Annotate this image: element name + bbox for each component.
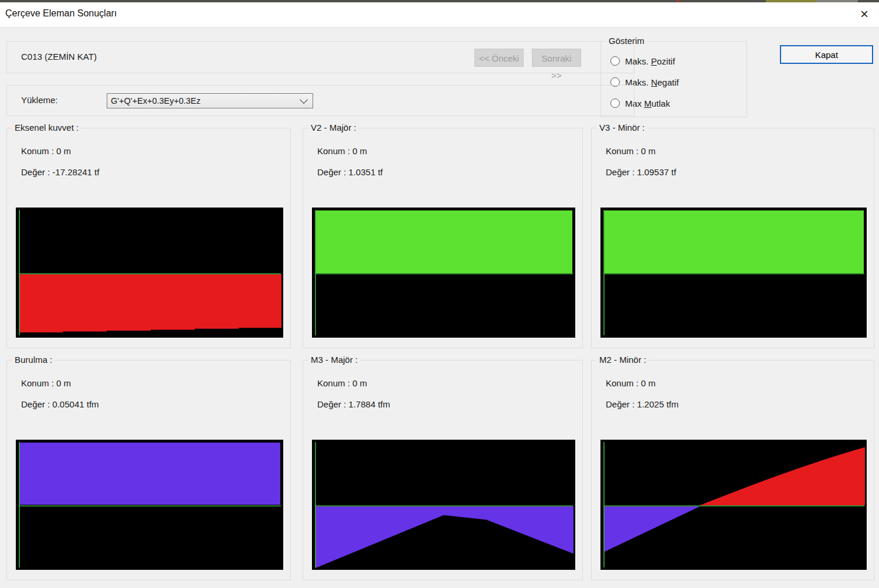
result-value: Değer : 1.7884 tfm — [317, 399, 390, 409]
close-icon: × — [860, 7, 868, 21]
torsion-diagram — [16, 440, 283, 570]
positive-region — [604, 210, 864, 273]
load-case-selected-value: G'+Q'+Ex+0.3Ey+0.3Ez — [107, 96, 301, 106]
positive-region — [19, 443, 280, 505]
panel-m3-major: M3 - Majör : Konum : 0 m Değer : 1.7884 … — [303, 360, 583, 580]
previous-element-button[interactable]: << Önceki — [474, 49, 524, 67]
result-value: Değer : 1.0351 tf — [317, 167, 383, 177]
v3-shear-diagram — [600, 208, 867, 338]
negative-region — [19, 274, 281, 332]
panel-v3-minor: V3 - Minör : Konum : 0 m Değer : 1.09537… — [591, 128, 874, 348]
location-value: Konum : 0 m — [317, 378, 367, 388]
frame-element-results-dialog: Çerçeve Eleman Sonuçları × C013 (ZEMİN K… — [0, 0, 879, 588]
panel-title: Eksenel kuvvet : — [12, 123, 81, 132]
result-value: Değer : 1.09537 tf — [606, 167, 676, 177]
panel-m2-minor: M2 - Minör : Konum : 0 m Değer : 1.2025 … — [591, 360, 874, 580]
location-value: Konum : 0 m — [21, 378, 71, 388]
panel-axial-force: Eksenel kuvvet : Konum : 0 m Değer : -17… — [6, 128, 291, 348]
v2-shear-diagram — [312, 208, 575, 338]
positive-moment-region — [700, 447, 865, 505]
radio-circle-icon — [610, 56, 620, 66]
positive-region — [315, 210, 572, 273]
panel-title: V2 - Majör : — [308, 123, 359, 132]
location-value: Konum : 0 m — [317, 146, 367, 156]
result-value: Değer : 0.05041 tfm — [21, 399, 99, 409]
axial-force-diagram — [16, 208, 283, 338]
m3-moment-diagram — [312, 440, 575, 570]
panel-title: M3 - Majör : — [308, 355, 360, 365]
radio-maks-pozitif[interactable]: Maks. Pozitif — [610, 55, 675, 67]
chevron-down-icon — [300, 96, 308, 104]
negative-moment-region — [604, 507, 700, 552]
panel-torsion: Burulma : Konum : 0 m Değer : 0.05041 tf… — [6, 360, 291, 580]
next-element-button[interactable]: Sonraki >> — [532, 49, 581, 67]
load-case-label: Yükleme: — [21, 95, 58, 105]
location-value: Konum : 0 m — [606, 378, 656, 388]
result-value: Değer : 1.2025 tfm — [606, 399, 678, 409]
moment-region — [315, 507, 573, 568]
element-header-group: C013 (ZEMİN KAT) << Önceki Sonraki >> — [6, 41, 634, 73]
window-title: Çerçeve Eleman Sonuçları — [5, 8, 117, 19]
panel-v2-major: V2 - Majör : Konum : 0 m Değer : 1.0351 … — [303, 128, 583, 348]
load-case-group: Yükleme: G'+Q'+Ex+0.3Ey+0.3Ez — [6, 85, 634, 116]
panel-title: V3 - Minör : — [597, 123, 647, 132]
panel-title: M2 - Minör : — [597, 355, 649, 365]
panel-title: Burulma : — [12, 355, 55, 365]
radio-maks-pozitif-label: Maks. Pozitif — [625, 56, 675, 66]
element-name-label: C013 (ZEMİN KAT) — [21, 52, 97, 62]
display-mode-group-title: Gösterim — [606, 36, 647, 46]
title-bar: Çerçeve Eleman Sonuçları × — [0, 2, 879, 28]
location-value: Konum : 0 m — [606, 146, 656, 156]
close-button[interactable]: × — [852, 4, 877, 25]
result-value: Değer : -17.28241 tf — [21, 167, 99, 177]
m2-moment-diagram — [600, 440, 867, 570]
location-value: Konum : 0 m — [21, 146, 71, 156]
load-case-combobox[interactable]: G'+Q'+Ex+0.3Ey+0.3Ez — [107, 93, 313, 108]
close-dialog-button[interactable]: Kapat — [780, 45, 873, 64]
